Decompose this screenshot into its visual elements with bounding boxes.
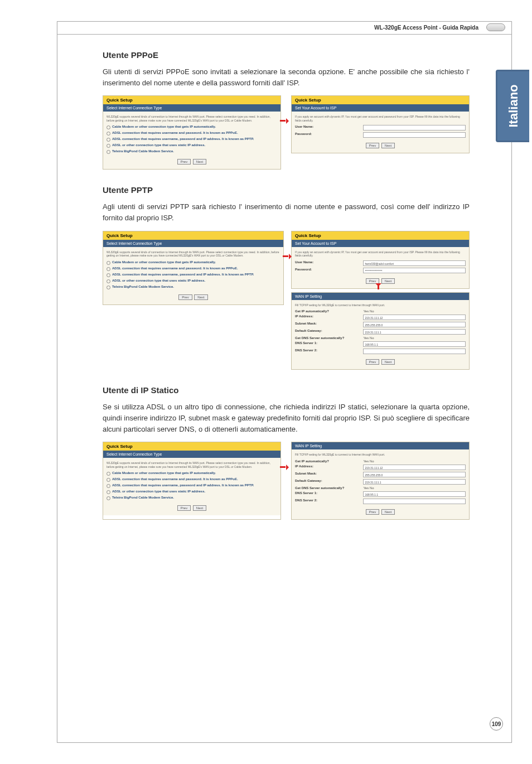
field-label: Get DNS Server automatically? xyxy=(295,486,363,490)
password-input[interactable]: **************** xyxy=(363,268,466,273)
dns2-input[interactable] xyxy=(363,499,466,504)
mask-input[interactable]: 255.255.255.0 xyxy=(363,472,466,477)
language-tab: Italiano xyxy=(496,70,529,142)
ss-desc: Fill TCP/IP setting for WL320gE to conne… xyxy=(295,453,466,457)
body-pppoe: Gli utenti di servizi PPPoE sono invitat… xyxy=(103,66,470,89)
heading-static: Utente di IP Statico xyxy=(103,385,470,395)
ss-header: Set Your Account to ISP xyxy=(292,104,469,112)
radio-option[interactable]: ADSL or other connection type that uses … xyxy=(107,490,277,493)
field-label: Password: xyxy=(295,132,363,138)
ss-desc: WL320gE supports several kinds of connec… xyxy=(107,461,277,468)
field-label: DNS Server 1: xyxy=(295,341,363,347)
radio-option[interactable]: Cable Modem or other connection type tha… xyxy=(107,471,277,475)
next-button[interactable]: Next xyxy=(381,509,395,515)
prev-button[interactable]: Prev xyxy=(177,505,191,511)
ss-header: WAN IP Setting xyxy=(292,293,469,300)
next-button[interactable]: Next xyxy=(381,359,395,365)
field-label: Subnet Mask: xyxy=(295,322,363,327)
ss-desc: If you apply an account with dynamic IP,… xyxy=(295,115,466,122)
field-label: Password: xyxy=(295,268,363,273)
dns1-input[interactable]: 168.95.1.1 xyxy=(363,341,466,347)
ip-input[interactable]: 219.31.111.12 xyxy=(363,315,466,320)
book-icon xyxy=(486,23,505,31)
heading-pptp: Utente PPTP xyxy=(103,185,470,195)
ss-title: Quick Setup xyxy=(103,231,283,240)
field-label: Default Gateway: xyxy=(295,329,363,335)
yes-no-radio[interactable]: Yes No xyxy=(363,460,466,463)
radio-option[interactable]: Telstra BigPond Cable Modem Service. xyxy=(107,149,277,153)
heading-pppoe: Utente PPPoE xyxy=(103,50,470,60)
radio-option[interactable]: ADSL connection that requires username, … xyxy=(107,483,277,487)
field-label: Subnet Mask: xyxy=(295,472,363,477)
ss-header: Select Internet Connection Type xyxy=(103,240,283,247)
field-label: Get IP automatically? xyxy=(295,310,363,313)
radio-option[interactable]: ADSL connection that requires username a… xyxy=(107,267,280,270)
radio-option[interactable]: ADSL or other connection type that uses … xyxy=(107,279,280,282)
prev-button[interactable]: Prev xyxy=(366,509,379,515)
radio-option[interactable]: ADSL connection that requires username, … xyxy=(107,137,277,141)
gateway-input[interactable]: 219.31.111.1 xyxy=(363,329,466,335)
ip-input[interactable]: 219.31.111.12 xyxy=(363,465,466,470)
field-label: Default Gateway: xyxy=(295,479,363,485)
next-button[interactable]: Next xyxy=(381,143,395,148)
field-label: DNS Server 2: xyxy=(295,349,363,354)
radio-option[interactable]: Cable Modem or other connection type tha… xyxy=(107,125,277,128)
mask-input[interactable]: 255.255.255.0 xyxy=(363,322,466,327)
gateway-input[interactable]: 219.31.111.1 xyxy=(363,479,466,485)
ss-desc: Fill TCP/IP setting for WL320gE to conne… xyxy=(295,303,466,307)
next-button[interactable]: Next xyxy=(193,159,206,165)
radio-option[interactable]: ADSL connection that requires username, … xyxy=(107,273,280,276)
screenshot-select-type: Quick Setup Select Internet Connection T… xyxy=(103,442,281,520)
screenshot-account-empty: Quick Setup Set Your Account to ISP If y… xyxy=(291,95,470,153)
dns1-input[interactable]: 168.95.1.1 xyxy=(363,491,466,497)
field-label: DNS Server 1: xyxy=(295,491,363,497)
language-label: Italiano xyxy=(506,84,521,127)
yes-no-radio[interactable]: Yes No xyxy=(363,486,466,490)
screenshot-select-type: Quick Setup Select Internet Connection T… xyxy=(103,95,281,170)
screenshot-account-filled: Quick Setup Set Your Account to ISP If y… xyxy=(291,231,470,289)
password-input[interactable] xyxy=(363,132,466,138)
prev-button[interactable]: Prev xyxy=(366,143,379,148)
next-button[interactable]: Next xyxy=(194,294,207,300)
ss-header: Set Your Account to ISP xyxy=(292,240,469,247)
yes-no-radio[interactable]: Yes No xyxy=(363,336,466,340)
yes-no-radio[interactable]: Yes No xyxy=(363,310,466,313)
page-number: 109 xyxy=(490,717,503,731)
screenshot-wan-ip: WAN IP Setting Fill TCP/IP setting for W… xyxy=(291,292,470,370)
ss-title: Quick Setup xyxy=(292,96,469,104)
ss-title: Quick Setup xyxy=(103,442,280,451)
next-button[interactable]: Next xyxy=(381,278,395,284)
field-label: User Name: xyxy=(295,260,363,266)
field-label: IP Address: xyxy=(295,465,363,470)
radio-option[interactable]: Telstra BigPond Cable Modem Service. xyxy=(107,285,280,288)
body-pptp: Agli utenti di servizi PPTP sarà richies… xyxy=(103,201,470,224)
screenshot-wan-ip: WAN IP Setting Fill TCP/IP setting for W… xyxy=(291,442,470,520)
ss-desc: WL320gE supports several kinds of connec… xyxy=(107,250,280,258)
ss-header: Select Internet Connection Type xyxy=(103,104,280,112)
field-label: User Name: xyxy=(295,125,363,130)
field-label: DNS Server 2: xyxy=(295,499,363,504)
next-button[interactable]: Next xyxy=(193,505,206,511)
body-static: Se si utilizza ADSL o un altro tipo di c… xyxy=(103,402,470,435)
field-label: Get DNS Server automatically? xyxy=(295,336,363,340)
prev-button[interactable]: Prev xyxy=(366,359,379,365)
field-label: Get IP automatically? xyxy=(295,460,363,463)
ss-title: Quick Setup xyxy=(292,231,469,240)
radio-option[interactable]: Telstra BigPond Cable Modem Service. xyxy=(107,496,277,499)
ss-desc: If you apply an account with dynamic IP,… xyxy=(295,250,466,258)
manual-title: WL-320gE Access Point - Guida Rapida xyxy=(374,25,478,31)
username-input[interactable]: heriv030@adsl-comfort xyxy=(363,260,466,266)
ss-header: WAN IP Setting xyxy=(292,442,469,449)
username-input[interactable] xyxy=(363,125,466,130)
ss-desc: WL320gE supports several kinds of connec… xyxy=(107,115,277,122)
radio-option[interactable]: ADSL connection that requires username a… xyxy=(107,131,277,134)
radio-option[interactable]: ADSL or other connection type that uses … xyxy=(107,143,277,147)
radio-option[interactable]: Cable Modem or other connection type tha… xyxy=(107,260,280,264)
prev-button[interactable]: Prev xyxy=(178,294,192,300)
screenshot-select-type: Quick Setup Select Internet Connection T… xyxy=(103,231,284,305)
field-label: IP Address: xyxy=(295,315,363,320)
dns2-input[interactable] xyxy=(363,349,466,354)
radio-option[interactable]: ADSL connection that requires username a… xyxy=(107,477,277,481)
ss-header: Select Internet Connection Type xyxy=(103,451,280,458)
prev-button[interactable]: Prev xyxy=(177,159,191,165)
